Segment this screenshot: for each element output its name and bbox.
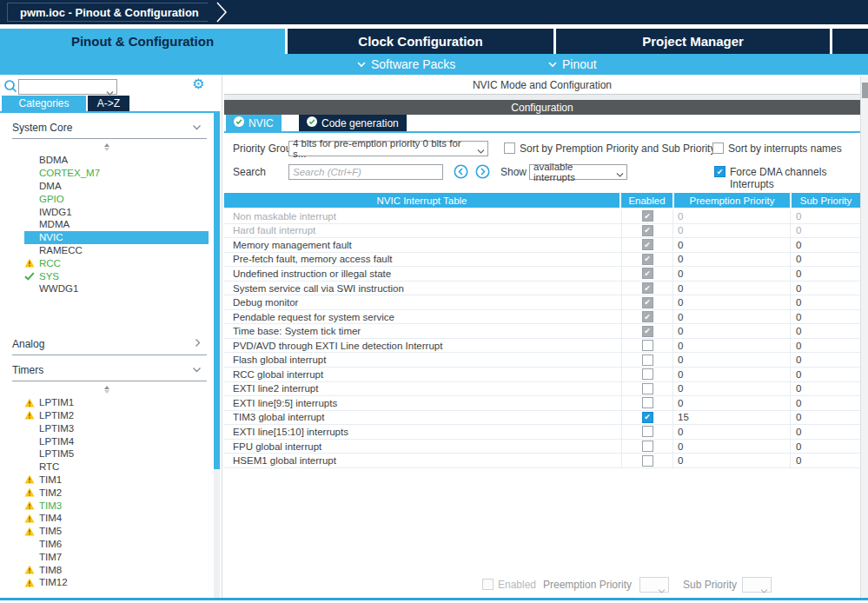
sidebar-item-ramecc[interactable]: RAMECC	[24, 244, 214, 257]
preemption-priority-cell[interactable]: 0	[673, 253, 790, 267]
sub-priority-cell[interactable]: 0	[790, 454, 860, 467]
sub-priority-cell[interactable]: 0	[790, 267, 860, 281]
sub-priority-cell[interactable]: 0	[790, 282, 860, 295]
sort-handle-icon[interactable]	[0, 143, 214, 151]
sub-priority-cell[interactable]: 0	[790, 382, 860, 396]
sidebar-item-wwdg1[interactable]: WWDG1	[24, 282, 214, 295]
sort-handle-icon[interactable]	[0, 386, 214, 394]
pinout-menu[interactable]: Pinout	[547, 54, 597, 75]
section-header-timers[interactable]: Timers	[12, 362, 202, 378]
enabled-checkbox[interactable]	[642, 426, 653, 437]
tab-clock-configuration[interactable]: Clock Configuration	[288, 29, 553, 54]
force-dma-checkbox[interactable]	[714, 166, 726, 177]
show-select[interactable]: available interrupts	[529, 164, 627, 180]
main-scrollbar[interactable]	[860, 76, 868, 598]
enabled-checkbox[interactable]	[642, 397, 653, 408]
sidebar-item-lptim4[interactable]: LPTIM4	[24, 434, 214, 447]
sidebar-item-lptim3[interactable]: LPTIM3	[24, 421, 214, 434]
preemption-priority-cell[interactable]: 0	[673, 324, 790, 338]
preemption-priority-cell[interactable]: 0	[673, 368, 790, 381]
main-scrollbar-thumb[interactable]	[862, 83, 868, 98]
sub-priority-cell[interactable]: 0	[790, 368, 860, 381]
sidebar-item-tim12[interactable]: TIM12	[24, 576, 214, 589]
prev-result-button[interactable]	[454, 164, 468, 182]
preemption-priority-cell[interactable]: 0	[673, 396, 790, 410]
sidebar-item-lptim1[interactable]: LPTIM1	[24, 396, 214, 409]
preemption-priority-cell[interactable]: 0	[673, 454, 790, 467]
preemption-priority-cell[interactable]: 0	[673, 310, 790, 324]
sub-priority-cell[interactable]: 0	[790, 396, 860, 410]
sub-priority-cell[interactable]: 0	[790, 310, 860, 324]
tab-pinout-configuration[interactable]: Pinout & Configuration	[0, 29, 285, 54]
sidebar-item-dma[interactable]: DMA	[24, 180, 214, 193]
sub-priority-cell[interactable]: 0	[790, 238, 860, 252]
sidebar-item-rtc[interactable]: RTC	[24, 461, 214, 474]
preemption-priority-cell[interactable]: 0	[673, 267, 790, 281]
search-input[interactable]	[288, 164, 443, 180]
sidebar-tab-az[interactable]: A->Z	[88, 96, 129, 111]
sort-preemption-checkbox[interactable]	[504, 142, 515, 154]
preemption-priority-cell[interactable]: 0	[673, 238, 790, 252]
sidebar-item-tim4[interactable]: TIM4	[24, 512, 214, 525]
enabled-checkbox[interactable]	[642, 383, 653, 394]
software-packs-menu[interactable]: Software Packs	[356, 54, 455, 75]
sidebar-item-gpio[interactable]: GPIO	[24, 192, 214, 205]
tab-code-generation[interactable]: Code generation	[299, 115, 407, 131]
sidebar-item-sys[interactable]: SYS	[24, 269, 214, 282]
preemption-priority-cell[interactable]: 0	[673, 440, 790, 454]
sidebar-item-tim1[interactable]: TIM1	[24, 474, 214, 487]
sub-priority-cell[interactable]: 0	[790, 224, 860, 238]
preemption-priority-cell[interactable]: 0	[673, 282, 790, 295]
sidebar-item-lptim2[interactable]: LPTIM2	[24, 409, 214, 422]
enabled-checkbox[interactable]	[642, 355, 653, 366]
preemption-priority-cell[interactable]: 0	[673, 382, 790, 396]
sidebar-item-bdma[interactable]: BDMA	[24, 154, 214, 167]
sidebar-item-tim5[interactable]: TIM5	[24, 525, 214, 538]
sub-priority-cell[interactable]: 0	[790, 253, 860, 267]
sidebar-item-tim2[interactable]: TIM2	[24, 486, 214, 499]
sidebar-item-rcc[interactable]: RCC	[24, 256, 214, 269]
sidebar-tab-categories[interactable]: Categories	[2, 96, 86, 111]
gear-icon[interactable]: ⚙	[192, 76, 204, 92]
sidebar-item-lptim5[interactable]: LPTIM5	[24, 447, 214, 461]
sub-priority-cell[interactable]: 0	[790, 324, 860, 338]
sidebar-item-tim3[interactable]: TIM3	[24, 499, 214, 512]
sidebar-search-combo[interactable]	[18, 79, 117, 95]
preemption-priority-cell[interactable]: 0	[673, 353, 790, 367]
preemption-priority-cell[interactable]: 0	[673, 209, 790, 223]
breadcrumb[interactable]: pwm.ioc - Pinout & Configuration	[7, 3, 208, 22]
tab-project-manager[interactable]: Project Manager	[556, 29, 830, 54]
priority-group-select[interactable]: 4 bits for pre-emption priority 0 bits f…	[288, 141, 488, 156]
preemption-priority-cell[interactable]: 0	[673, 339, 790, 353]
sidebar-item-tim6[interactable]: TIM6	[24, 538, 214, 551]
sub-priority-cell[interactable]: 0	[790, 295, 860, 309]
section-header-system-core[interactable]: System Core	[12, 120, 202, 136]
sidebar-item-nvic[interactable]: NVIC	[24, 231, 209, 244]
next-result-button[interactable]	[475, 164, 490, 182]
enabled-checkbox[interactable]	[642, 441, 653, 452]
enabled-checkbox[interactable]	[642, 368, 653, 380]
preemption-priority-cell[interactable]: 15	[673, 411, 790, 425]
sidebar-item-cortex_m7[interactable]: CORTEX_M7	[24, 167, 214, 180]
enabled-checkbox[interactable]	[642, 455, 653, 467]
preemption-priority-cell[interactable]: 0	[673, 295, 790, 309]
sidebar-scrollbar-thumb[interactable]	[214, 111, 220, 469]
sub-priority-cell[interactable]: 0	[790, 209, 860, 223]
sidebar-item-tim8[interactable]: TIM8	[24, 563, 214, 576]
sub-priority-cell[interactable]: 0	[790, 425, 860, 439]
sidebar-item-mdma[interactable]: MDMA	[24, 218, 214, 231]
preemption-priority-cell[interactable]: 0	[673, 425, 790, 439]
sub-priority-cell[interactable]: 0	[790, 440, 860, 454]
sidebar-scrollbar[interactable]	[214, 111, 220, 598]
sidebar-item-tim7[interactable]: TIM7	[24, 550, 214, 563]
preemption-priority-cell[interactable]: 0	[673, 224, 790, 238]
enabled-checkbox[interactable]	[642, 340, 653, 351]
tab-nvic[interactable]: NVIC	[226, 115, 282, 131]
sort-names-checkbox[interactable]	[712, 142, 724, 154]
sub-priority-cell[interactable]: 0	[790, 411, 860, 425]
enabled-checkbox[interactable]	[642, 412, 653, 423]
section-header-analog[interactable]: Analog	[12, 336, 202, 352]
sub-priority-cell[interactable]: 0	[790, 353, 860, 367]
sub-priority-cell[interactable]: 0	[790, 339, 860, 353]
sidebar-item-iwdg1[interactable]: IWDG1	[24, 205, 214, 218]
